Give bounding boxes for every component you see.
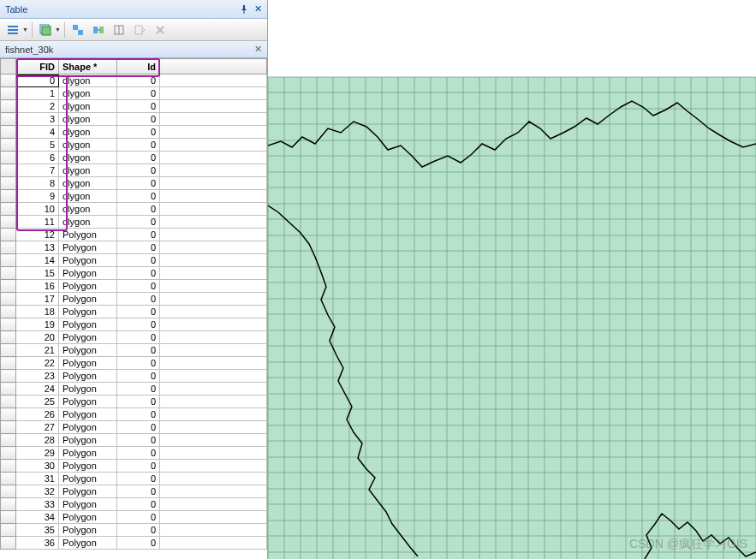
cell-fid[interactable]: 12	[16, 229, 59, 241]
cell-fid[interactable]: 24	[16, 383, 59, 395]
table-row[interactable]: 14Polygon0	[1, 254, 267, 267]
table-row[interactable]: 15Polygon0	[1, 267, 267, 280]
cell-shape[interactable]: Polygon	[59, 229, 117, 241]
table-row[interactable]: 3olygon0	[1, 113, 267, 126]
dropdown-arrow-icon[interactable]: ▼	[22, 27, 28, 33]
cell-id[interactable]: 0	[117, 473, 160, 485]
cell-fid[interactable]: 10	[16, 203, 59, 216]
table-row[interactable]: 4olygon0	[1, 126, 267, 139]
row-selector[interactable]	[1, 511, 16, 524]
table-row[interactable]: 16Polygon0	[1, 280, 267, 293]
cell-shape[interactable]: olygon	[59, 87, 117, 100]
cell-fid[interactable]: 15	[16, 267, 59, 280]
cell-shape[interactable]: Polygon	[59, 267, 117, 280]
table-row[interactable]: 21Polygon0	[1, 344, 267, 357]
cell-fid[interactable]: 1	[16, 87, 59, 100]
table-scroll[interactable]: FID Shape * Id 0olygon01olygon02olygon03…	[0, 58, 267, 559]
row-selector[interactable]	[1, 229, 16, 241]
row-selector[interactable]	[1, 434, 16, 447]
cell-id[interactable]: 0	[117, 344, 160, 357]
row-selector[interactable]	[1, 306, 16, 318]
cell-id[interactable]: 0	[117, 306, 160, 318]
cell-fid[interactable]: 8	[16, 177, 59, 190]
cell-id[interactable]: 0	[117, 318, 160, 331]
cell-shape[interactable]: Polygon	[59, 331, 117, 344]
cell-shape[interactable]: Polygon	[59, 254, 117, 267]
cell-shape[interactable]: Polygon	[59, 498, 117, 511]
cell-fid[interactable]: 11	[16, 216, 59, 229]
cell-fid[interactable]: 34	[16, 511, 59, 524]
cell-fid[interactable]: 27	[16, 421, 59, 434]
cell-fid[interactable]: 2	[16, 100, 59, 113]
cell-fid[interactable]: 9	[16, 190, 59, 203]
cell-id[interactable]: 0	[117, 74, 160, 87]
row-selector[interactable]	[1, 164, 16, 177]
cell-shape[interactable]: olygon	[59, 126, 117, 139]
cell-id[interactable]: 0	[117, 87, 160, 100]
cell-id[interactable]: 0	[117, 485, 160, 498]
cell-shape[interactable]: Polygon	[59, 537, 117, 550]
cell-shape[interactable]: olygon	[59, 190, 117, 203]
cell-id[interactable]: 0	[117, 164, 160, 177]
table-row[interactable]: 29Polygon0	[1, 447, 267, 460]
row-selector[interactable]	[1, 254, 16, 267]
row-selector[interactable]	[1, 241, 16, 254]
table-row[interactable]: 12Polygon0	[1, 229, 267, 241]
cell-shape[interactable]: Polygon	[59, 293, 117, 306]
cell-shape[interactable]: Polygon	[59, 383, 117, 395]
cell-id[interactable]: 0	[117, 498, 160, 511]
row-selector[interactable]	[1, 395, 16, 408]
row-selector[interactable]	[1, 318, 16, 331]
table-row[interactable]: 27Polygon0	[1, 421, 267, 434]
cell-fid[interactable]: 19	[16, 318, 59, 331]
cell-fid[interactable]: 31	[16, 473, 59, 485]
cell-shape[interactable]: olygon	[59, 164, 117, 177]
cell-shape[interactable]: Polygon	[59, 473, 117, 485]
row-selector[interactable]	[1, 421, 16, 434]
cell-shape[interactable]: Polygon	[59, 280, 117, 293]
row-selector[interactable]	[1, 177, 16, 190]
table-row[interactable]: 34Polygon0	[1, 511, 267, 524]
table-row[interactable]: 35Polygon0	[1, 524, 267, 537]
table-row[interactable]: 22Polygon0	[1, 357, 267, 370]
cell-fid[interactable]: 21	[16, 344, 59, 357]
cell-id[interactable]: 0	[117, 126, 160, 139]
cell-id[interactable]: 0	[117, 524, 160, 537]
row-header-column[interactable]	[1, 59, 16, 74]
cell-fid[interactable]: 16	[16, 280, 59, 293]
cell-fid[interactable]: 5	[16, 139, 59, 152]
export-button[interactable]	[130, 21, 149, 39]
cell-shape[interactable]: Polygon	[59, 318, 117, 331]
row-selector[interactable]	[1, 524, 16, 537]
cell-fid[interactable]: 0	[16, 74, 59, 87]
cell-shape[interactable]: Polygon	[59, 370, 117, 383]
cell-id[interactable]: 0	[117, 331, 160, 344]
cell-shape[interactable]: olygon	[59, 216, 117, 229]
cell-id[interactable]: 0	[117, 254, 160, 267]
cell-shape[interactable]: olygon	[59, 74, 117, 87]
delete-icon[interactable]	[151, 21, 170, 39]
table-row[interactable]: 1olygon0	[1, 87, 267, 100]
row-selector[interactable]	[1, 408, 16, 421]
cell-id[interactable]: 0	[117, 203, 160, 216]
cell-shape[interactable]: olygon	[59, 100, 117, 113]
cell-shape[interactable]: olygon	[59, 139, 117, 152]
cell-fid[interactable]: 26	[16, 408, 59, 421]
cell-shape[interactable]: Polygon	[59, 306, 117, 318]
selected-records-button[interactable]	[36, 21, 55, 39]
cell-fid[interactable]: 28	[16, 434, 59, 447]
cell-id[interactable]: 0	[117, 100, 160, 113]
cell-id[interactable]: 0	[117, 537, 160, 550]
cell-shape[interactable]: olygon	[59, 152, 117, 164]
cell-shape[interactable]: Polygon	[59, 421, 117, 434]
cell-shape[interactable]: olygon	[59, 177, 117, 190]
table-row[interactable]: 2olygon0	[1, 100, 267, 113]
table-row[interactable]: 6olygon0	[1, 152, 267, 164]
cell-id[interactable]: 0	[117, 216, 160, 229]
dropdown-arrow-icon[interactable]: ▼	[55, 27, 61, 33]
cell-fid[interactable]: 20	[16, 331, 59, 344]
cell-fid[interactable]: 13	[16, 241, 59, 254]
cell-shape[interactable]: Polygon	[59, 524, 117, 537]
cell-fid[interactable]: 35	[16, 524, 59, 537]
cell-fid[interactable]: 32	[16, 485, 59, 498]
